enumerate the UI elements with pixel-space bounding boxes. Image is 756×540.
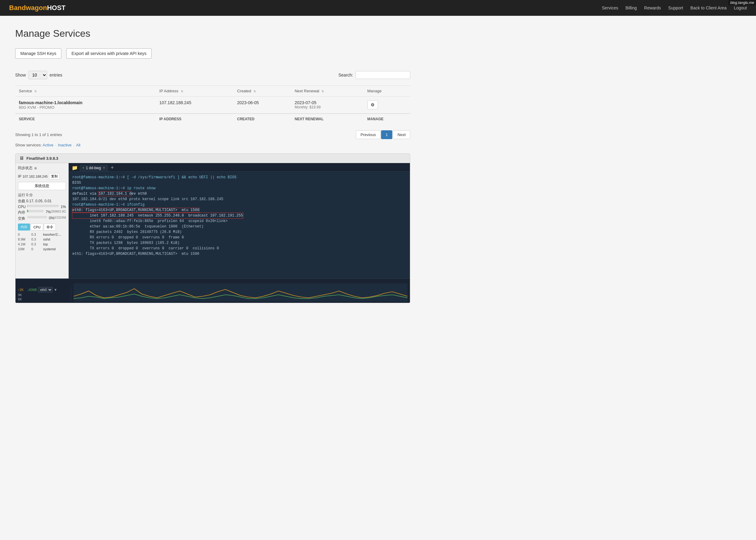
nav-services[interactable]: Services [602, 5, 618, 10]
fs-process-list: 0 0.3 kworker/2:... 8.9M 0.3 sshd 4.1M 0… [18, 232, 66, 251]
sync-dot [34, 167, 37, 170]
renewal-price: Monthly: $19.99 [295, 105, 360, 109]
proc-name: systemd [43, 247, 66, 251]
pagination-buttons: Previous 1 Next [356, 130, 410, 139]
fs-terminal-panel: 📁 ● 1 dd-bwg ✕ + root@famous-machine-1:~… [69, 163, 410, 279]
col-renewal[interactable]: Next Renewal ⇅ [291, 86, 364, 96]
col-service[interactable]: Service ⇅ [15, 86, 156, 96]
search-input[interactable] [356, 71, 410, 79]
col-created[interactable]: Created ⇅ [233, 86, 291, 96]
renewal-date: 2023-07-05 [295, 100, 360, 105]
brand-bandwagon: Bandwagon [9, 4, 47, 12]
col-manage: Manage [364, 86, 410, 96]
terminal-line: inet 107.182.188.245 netmask 255.255.248… [72, 213, 406, 218]
fs-bottom-left: ↑2K ↓636B eth0 ▼ 9K 6K [18, 287, 71, 302]
terminal-line: ether aa:aa:00:1b:86:5e txqueuelen 1000 … [72, 224, 406, 229]
process-item: 4.1M 0.3 top [18, 242, 66, 246]
fs-terminal-tab-1[interactable]: ● 1 dd-bwg ✕ [79, 165, 108, 171]
nav-support[interactable]: Support [668, 5, 683, 10]
filter-inactive[interactable]: Inactive [58, 143, 72, 147]
export-api-button[interactable]: Export all services with private API key… [66, 48, 152, 59]
table-row: famous-machine-1.localdomain 80G KVM - P… [15, 96, 410, 114]
net-9k: 9K [18, 293, 22, 297]
tab-cpu[interactable]: CPU [31, 223, 43, 230]
manage-gear-button[interactable]: ⚙ [368, 100, 378, 109]
sort-icon-renewal: ⇅ [322, 89, 324, 93]
show-entries-right: Search: [339, 71, 410, 79]
terminal-line: root@famous-machine-1:~# ifconfig [72, 202, 406, 207]
sort-icon-service: ⇅ [34, 89, 37, 93]
show-label: Show [15, 72, 26, 77]
footer-service: SERVICE [15, 114, 156, 124]
filter-all[interactable]: All [76, 143, 80, 147]
nav-rewards[interactable]: Rewards [644, 5, 661, 10]
terminal-line: RX packets 2492 bytes 28140775 (26.8 MiB… [72, 229, 406, 235]
net-up: ↑2K [18, 288, 24, 292]
next-button[interactable]: Next [393, 130, 410, 139]
fs-tabs-bar: 📁 ● 1 dd-bwg ✕ + [69, 163, 410, 172]
eth-select[interactable]: eth0 [38, 287, 53, 293]
page-1-button[interactable]: 1 [381, 130, 392, 139]
tab-cmd[interactable]: 命令 [44, 223, 56, 230]
manage-ssh-button[interactable]: Manage SSH Keys [15, 48, 62, 59]
footer-manage: MANAGE [364, 114, 410, 124]
terminal-line: eth1: flags=4163<UP,BROADCAST,RUNNING,MU… [72, 251, 406, 257]
mem-row: 内存 7% 289M/3.9G [18, 210, 66, 215]
services-table: Service ⇅ IP Address ⇅ Created ⇅ Next Re… [15, 85, 410, 124]
prev-button[interactable]: Previous [356, 130, 380, 139]
filter-active[interactable]: Active [43, 143, 53, 147]
net-stats-row2: 6K [18, 297, 69, 301]
cpu-value: 1% [61, 205, 66, 209]
load-label: 负载 0.17, 0.05, 0.01 [18, 199, 52, 204]
swap-detail: 0/1024M [54, 216, 66, 221]
nav-billing[interactable]: Billing [625, 5, 637, 10]
mem-detail: 289M/3.9G [51, 210, 66, 215]
entries-select[interactable]: 10 25 50 100 [28, 71, 47, 79]
fs-folder-button[interactable]: 📁 [71, 164, 79, 171]
sort-icon-created: ⇅ [253, 89, 256, 93]
fs-process-tabs: 内存 CPU 命令 [18, 223, 66, 230]
swap-progress-bg [27, 216, 47, 218]
fs-terminal[interactable]: root@famous-machine-1:~# [ -d /sys/firmw… [69, 172, 410, 279]
proc-cpu: 0.3 [31, 237, 42, 241]
sync-label: 同步状态 [18, 166, 33, 171]
table-header-row: Service ⇅ IP Address ⇅ Created ⇅ Next Re… [15, 86, 410, 96]
terminal-line: 107.182.184.0/21 dev eth0 proto kernel s… [72, 197, 406, 202]
terminal-line: inet6 fe80::a8aa:ff:fe1b:865e prefixlen … [72, 218, 406, 224]
footer-renewal: NEXT RENEWAL [291, 114, 364, 124]
tab-label: 1 dd-bwg [86, 166, 101, 170]
proc-name: kworker/2:... [43, 233, 66, 236]
cell-service: famous-machine-1.localdomain 80G KVM - P… [15, 96, 156, 114]
table-footer-row: SERVICE IP ADDRESS CREATED NEXT RENEWAL … [15, 114, 410, 124]
proc-cpu: 0 [31, 247, 42, 251]
terminal-line: TX packets 1298 bytes 189683 (185.2 KiB) [72, 240, 406, 246]
process-item: 10M 0 systemd [18, 247, 66, 251]
tab-mem[interactable]: 内存 [18, 223, 30, 230]
pagination-info: Showing 1 to 1 of 1 entries [15, 132, 62, 137]
cell-renewal: 2023-07-05 Monthly: $19.99 [291, 96, 364, 114]
proc-mem: 0 [18, 233, 30, 236]
add-tab-button[interactable]: + [109, 165, 116, 171]
copy-ip-button[interactable]: 复制 [49, 173, 60, 180]
table-controls: Show 10 25 50 100 entries Search: [15, 71, 410, 79]
nav-links: Services Billing Rewards Support Back to… [602, 5, 747, 10]
proc-mem: 4.1M [18, 242, 30, 246]
nav-logout[interactable]: Logout [734, 5, 747, 10]
sysinfo-button[interactable]: 系统信息 [18, 182, 66, 190]
action-buttons: Manage SSH Keys Export all services with… [15, 48, 410, 59]
cpu-row: CPU 1% [18, 205, 66, 209]
tab-close-icon[interactable]: ✕ [103, 166, 105, 170]
show-entries-left: Show 10 25 50 100 entries [15, 71, 62, 79]
ip-label: IP [18, 174, 21, 179]
net-6k: 6K [18, 297, 22, 301]
col-ip[interactable]: IP Address ⇅ [156, 86, 233, 96]
search-label: Search: [339, 72, 353, 77]
swap-row: 交换 0% 0/1024M [18, 216, 66, 221]
load-row: 负载 0.17, 0.05, 0.01 [18, 199, 66, 204]
navbar: Bandwagon HOST Services Billing Rewards … [0, 0, 756, 16]
mem-label: 内存 [18, 210, 25, 215]
run-time-label: 运行 0 分 [18, 193, 33, 198]
footer-ip: IP ADDRESS [156, 114, 233, 124]
cpu-label: CPU [18, 205, 26, 209]
nav-back-to-client[interactable]: Back to Client Area [690, 5, 726, 10]
